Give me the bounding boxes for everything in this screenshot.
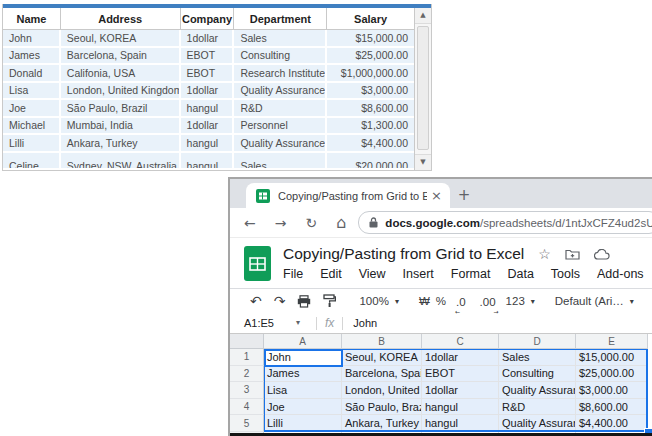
cell-department[interactable]: Research Institute [234, 65, 327, 83]
print-icon[interactable] [297, 295, 311, 308]
menu-addons[interactable]: Add-ons [597, 267, 644, 281]
menu-format[interactable]: Format [451, 267, 491, 281]
cell-E1[interactable]: $15,000.00 [576, 349, 648, 366]
browser-tab[interactable]: Copying/Pasting from Grid to E × [246, 183, 450, 208]
menu-tools[interactable]: Tools [551, 267, 580, 281]
cell-department[interactable]: R&D [234, 100, 327, 118]
back-icon[interactable]: ← [244, 216, 256, 230]
cell-salary[interactable]: $15,000.00 [327, 30, 414, 48]
cell-salary[interactable]: $1,300.00 [327, 118, 414, 136]
star-icon[interactable]: ☆ [538, 247, 551, 261]
cell-D4[interactable]: R&D [499, 399, 576, 416]
cell-company[interactable]: EBOT [181, 65, 235, 83]
grid-col-header-department[interactable]: Department [234, 8, 327, 30]
home-icon[interactable]: ⌂ [336, 215, 346, 231]
cell-company[interactable]: hangul [181, 135, 235, 153]
chevron-down-icon[interactable]: ▾ [395, 298, 399, 306]
cell-A2[interactable]: James [264, 366, 342, 383]
cell-address[interactable]: London, United Kingdom [61, 83, 181, 101]
menu-view[interactable]: View [359, 267, 386, 281]
cell-A5[interactable]: Lilli [264, 415, 342, 432]
cell-D2[interactable]: Consulting [499, 366, 576, 383]
cell-company[interactable]: EBOT [181, 48, 235, 66]
cell-B5[interactable]: Ankara, Turkey [342, 415, 422, 432]
move-to-folder-icon[interactable] [565, 248, 580, 260]
scrollbar-down-icon[interactable]: ▼ [415, 154, 431, 170]
redo-icon[interactable]: ↷ [274, 294, 286, 308]
cell-department[interactable]: Consulting [234, 48, 327, 66]
row-header-6[interactable]: 6 [230, 432, 264, 436]
cell-address[interactable]: Sydney, NSW, Australia [61, 153, 181, 171]
col-header-e[interactable]: E [576, 334, 648, 349]
chevron-down-icon[interactable]: ▾ [296, 319, 300, 327]
formula-input[interactable]: John [353, 317, 377, 329]
cell-A1[interactable]: John [264, 349, 342, 366]
scrollbar-up-icon[interactable]: ▲ [415, 8, 431, 24]
cell-B4[interactable]: São Paulo, Brazil [342, 399, 422, 416]
cell-name[interactable]: James [3, 48, 61, 66]
cell-company[interactable]: hangul [181, 153, 235, 171]
new-tab-button[interactable]: + [450, 183, 478, 208]
menu-file[interactable]: File [283, 267, 303, 281]
cell-B3[interactable]: London, United Kingdom [342, 382, 422, 399]
cell-name[interactable]: Lisa [3, 83, 61, 101]
sheets-logo-icon[interactable] [244, 246, 271, 281]
col-header-c[interactable]: C [422, 334, 499, 349]
cell-A6[interactable] [264, 432, 342, 436]
col-header-b[interactable]: B [342, 334, 422, 349]
cell-D1[interactable]: Sales [499, 349, 576, 366]
grid-col-header-name[interactable]: Name [3, 8, 61, 30]
cell-E4[interactable]: $8,600.00 [576, 399, 648, 416]
cell-department[interactable]: Sales [234, 30, 327, 48]
cell-address[interactable]: Mumbai, India [61, 118, 181, 136]
grid-col-header-address[interactable]: Address [61, 8, 181, 30]
cell-E5[interactable]: $4,400.00 [576, 415, 648, 432]
grid-col-header-company[interactable]: Company [181, 8, 235, 30]
cell-department[interactable]: Quality Assurance [234, 135, 327, 153]
cell-A4[interactable]: Joe [264, 399, 342, 416]
font-select[interactable]: Default (Ari… [555, 295, 624, 307]
cell-D5[interactable]: Quality Assurance [499, 415, 576, 432]
name-box[interactable]: A1:E5 [244, 317, 296, 329]
zoom-select[interactable]: 100% [359, 295, 388, 307]
cell-E6[interactable] [576, 432, 648, 436]
address-bar[interactable]: docs.google.com /spreadsheets/d/1ntJxCFZ… [358, 211, 652, 234]
reload-icon[interactable]: ↻ [305, 216, 317, 230]
tab-close-icon[interactable]: × [431, 189, 442, 202]
col-header-a[interactable]: A [264, 334, 342, 349]
cell-E2[interactable]: $25,000.00 [576, 366, 648, 383]
row-header-5[interactable]: 5 [230, 415, 264, 432]
cell-address[interactable]: São Paulo, Brazil [61, 100, 181, 118]
cloud-status-icon[interactable] [594, 249, 610, 260]
cell-address[interactable]: Seoul, KOREA [61, 30, 181, 48]
menu-insert[interactable]: Insert [403, 267, 434, 281]
grid-col-header-salary[interactable]: Salary [327, 8, 414, 30]
cell-C3[interactable]: 1dollar [422, 382, 499, 399]
cell-salary[interactable]: $4,400.00 [327, 135, 414, 153]
cell-D3[interactable]: Quality Assurance [499, 382, 576, 399]
format-currency-button[interactable]: ₩ [419, 295, 430, 307]
cell-B2[interactable]: Barcelona, Spain [342, 366, 422, 383]
scrollbar-thumb[interactable] [417, 26, 429, 150]
cell-name[interactable]: Joe [3, 100, 61, 118]
cell-address[interactable]: Barcelona, Spain [61, 48, 181, 66]
forward-icon[interactable]: → [275, 216, 287, 230]
decrease-decimal-button[interactable]: .0 ← [453, 292, 469, 310]
cell-salary[interactable]: $25,000.00 [327, 48, 414, 66]
cell-address[interactable]: Ankara, Turkey [61, 135, 181, 153]
document-title[interactable]: Copying/Pasting from Grid to Excel [283, 245, 524, 263]
cell-company[interactable]: hangul [181, 100, 235, 118]
menu-data[interactable]: Data [507, 267, 533, 281]
row-header-4[interactable]: 4 [230, 399, 264, 416]
cell-B1[interactable]: Seoul, KOREA [342, 349, 422, 366]
format-percent-button[interactable]: % [436, 295, 446, 307]
cell-company[interactable]: 1dollar [181, 30, 235, 48]
more-formats-button[interactable]: 123 [506, 295, 525, 307]
row-header-1[interactable]: 1 [230, 349, 264, 366]
row-header-3[interactable]: 3 [230, 382, 264, 399]
cell-D6[interactable] [499, 432, 576, 436]
row-header-2[interactable]: 2 [230, 366, 264, 383]
cell-E3[interactable]: $3,000.00 [576, 382, 648, 399]
select-all-corner[interactable] [230, 334, 264, 349]
paint-format-icon[interactable] [323, 294, 336, 308]
